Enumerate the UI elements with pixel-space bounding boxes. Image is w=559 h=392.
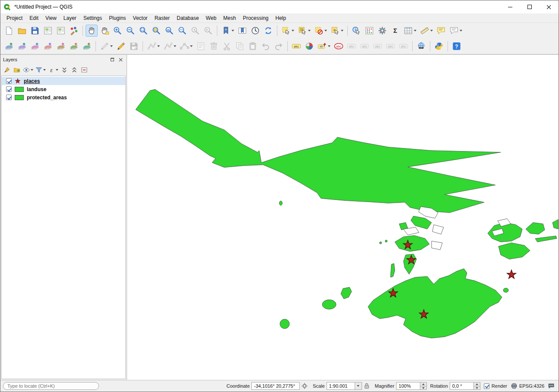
menu-plugins[interactable]: Plugins xyxy=(105,14,129,22)
temporal-controller-button[interactable] xyxy=(249,25,261,37)
layer-labeling-button[interactable] xyxy=(290,40,302,52)
style-manager-button[interactable] xyxy=(68,25,80,37)
filter-legend-button[interactable] xyxy=(35,65,47,75)
rotation-up-button[interactable] xyxy=(474,382,480,386)
magnifier-down-button[interactable] xyxy=(420,386,427,390)
menu-layer[interactable]: Layer xyxy=(60,14,80,22)
move-label-button[interactable] xyxy=(346,40,358,52)
menu-raster[interactable]: Raster xyxy=(151,14,173,22)
layer-item-protected-areas[interactable]: protected_areas xyxy=(2,93,125,101)
show-layout-manager-button[interactable] xyxy=(55,25,67,37)
toggle-extents-button[interactable] xyxy=(301,383,308,389)
digitize-with-segment-button[interactable] xyxy=(146,40,161,52)
rotation-down-button[interactable] xyxy=(474,386,480,390)
layer-visibility-checkbox[interactable] xyxy=(6,78,12,84)
new-mesh-layer-button[interactable] xyxy=(55,40,67,52)
open-project-button[interactable] xyxy=(16,25,28,37)
close-button[interactable] xyxy=(539,0,559,13)
crs-status-button[interactable]: EPSG:4326 xyxy=(511,383,544,389)
render-checkbox[interactable] xyxy=(484,383,489,389)
layer-item-landuse[interactable]: landuse xyxy=(2,85,125,93)
add-circular-string-button[interactable] xyxy=(162,40,178,52)
remove-layer-button[interactable] xyxy=(79,65,89,75)
paste-features-button[interactable] xyxy=(247,40,259,52)
new-geopackage-layer-button[interactable] xyxy=(3,40,15,52)
save-project-button[interactable] xyxy=(29,25,41,37)
help-button[interactable] xyxy=(451,40,463,52)
panel-float-button[interactable] xyxy=(109,56,116,63)
new-spatialite-layer-button[interactable] xyxy=(29,40,41,52)
menu-settings[interactable]: Settings xyxy=(80,14,105,22)
redo-button[interactable] xyxy=(273,40,285,52)
modify-attributes-button[interactable] xyxy=(195,40,207,52)
render-toggle[interactable]: Render xyxy=(484,383,507,389)
change-label-button[interactable] xyxy=(372,40,384,52)
menu-view[interactable]: View xyxy=(42,14,60,22)
add-group-button[interactable] xyxy=(12,65,22,75)
label-extra-button[interactable] xyxy=(397,40,410,52)
menu-project[interactable]: Project xyxy=(3,14,26,22)
layer-item-places[interactable]: places xyxy=(2,77,125,85)
new-project-button[interactable] xyxy=(3,25,15,37)
pin-labels-button[interactable] xyxy=(316,40,332,52)
magnifier-spinbox[interactable]: 100% xyxy=(396,382,427,390)
zoom-native-resolution-button[interactable] xyxy=(176,25,188,37)
cut-features-button[interactable] xyxy=(221,40,233,52)
zoom-full-extent-button[interactable] xyxy=(137,25,149,37)
menu-mesh[interactable]: Mesh xyxy=(220,14,239,22)
menu-vector[interactable]: Vector xyxy=(130,14,151,22)
maximize-button[interactable] xyxy=(520,0,539,13)
current-edits-button[interactable] xyxy=(98,40,114,52)
python-console-button[interactable] xyxy=(433,40,445,52)
measure-button[interactable] xyxy=(419,25,434,37)
layer-visibility-checkbox[interactable] xyxy=(6,95,12,100)
coordinate-field[interactable]: -34,1016° 20,2775° xyxy=(251,382,300,390)
new-temporary-scratch-layer-button[interactable] xyxy=(42,40,54,52)
new-virtual-layer-button[interactable] xyxy=(81,40,93,52)
zoom-to-layer-button[interactable] xyxy=(163,25,175,37)
options-button[interactable] xyxy=(376,25,388,37)
toggle-editing-button[interactable] xyxy=(115,40,127,52)
expand-all-button[interactable] xyxy=(60,65,69,75)
copy-features-button[interactable] xyxy=(234,40,246,52)
locator-search-input[interactable] xyxy=(3,382,99,390)
select-features-by-value-button[interactable] xyxy=(296,25,312,37)
select-by-expression-button[interactable] xyxy=(329,25,345,37)
menu-processing[interactable]: Processing xyxy=(239,14,272,22)
annotation-button[interactable] xyxy=(448,25,464,37)
layer-visibility-checkbox[interactable] xyxy=(6,86,12,92)
open-attribute-table-button[interactable] xyxy=(402,25,418,37)
rotate-label-button[interactable] xyxy=(359,40,371,52)
zoom-out-button[interactable] xyxy=(124,25,137,37)
menu-help[interactable]: Help xyxy=(272,14,290,22)
save-layer-edits-button[interactable] xyxy=(128,40,140,52)
zoom-in-button[interactable] xyxy=(111,25,124,37)
metasearch-button[interactable] xyxy=(415,40,427,52)
open-layer-styling-button[interactable] xyxy=(2,65,12,75)
map-tips-button[interactable] xyxy=(435,25,447,37)
deselect-features-button[interactable] xyxy=(313,25,328,37)
panel-close-button[interactable] xyxy=(117,56,124,63)
filter-by-expression-button[interactable] xyxy=(47,65,59,75)
refresh-map-button[interactable] xyxy=(262,25,274,37)
new-print-layout-button[interactable] xyxy=(42,25,54,37)
undo-button[interactable] xyxy=(260,40,272,52)
zoom-last-button[interactable] xyxy=(189,25,201,37)
pan-to-selection-button[interactable] xyxy=(98,25,111,37)
identify-features-button[interactable] xyxy=(350,25,362,37)
manage-map-themes-button[interactable] xyxy=(22,65,34,75)
highlight-pinned-labels-button[interactable] xyxy=(333,40,345,52)
statistical-summary-button[interactable] xyxy=(389,25,401,37)
lock-scale-button[interactable] xyxy=(363,383,370,389)
show-spatial-bookmarks-button[interactable] xyxy=(236,25,248,37)
field-calculator-button[interactable] xyxy=(363,25,375,37)
vertex-tool-button[interactable] xyxy=(178,40,194,52)
menu-database[interactable]: Database xyxy=(173,14,202,22)
zoom-next-button[interactable] xyxy=(202,25,214,37)
menu-web[interactable]: Web xyxy=(202,14,219,22)
magnifier-up-button[interactable] xyxy=(420,382,427,386)
pan-map-button[interactable] xyxy=(86,25,98,37)
layer-diagram-button[interactable] xyxy=(303,40,315,52)
scale-dropdown-button[interactable] xyxy=(355,382,362,390)
messages-button[interactable] xyxy=(548,383,555,389)
